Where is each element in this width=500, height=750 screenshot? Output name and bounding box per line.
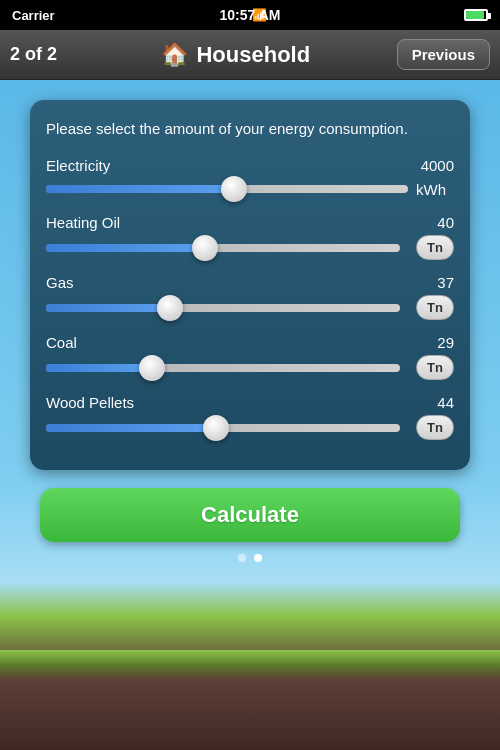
nav-title-area: 🏠 Household [75, 42, 397, 68]
slider-value: 4000 [421, 157, 454, 174]
carrier-text: Carrier [12, 8, 55, 23]
page-indicator: 2 of 2 [10, 44, 75, 65]
slider-row-wood-pellets: Wood Pellets44Tn [46, 394, 454, 440]
sliders-container: Electricity4000kWhHeating Oil40TnGas37Tn… [46, 157, 454, 440]
slider-row-heating-oil: Heating Oil40Tn [46, 214, 454, 260]
slider-label-row: Heating Oil40 [46, 214, 454, 231]
slider-track[interactable] [46, 178, 408, 200]
slider-label: Gas [46, 274, 74, 291]
slider-label: Electricity [46, 157, 110, 174]
slider-value: 37 [437, 274, 454, 291]
slider-unit-text: kWh [416, 181, 454, 198]
slider-track-fill [46, 424, 216, 432]
status-time: 10:57 AM [220, 7, 281, 23]
slider-value: 29 [437, 334, 454, 351]
slider-thumb[interactable] [221, 176, 247, 202]
nav-title: Household [196, 42, 310, 68]
slider-control-row: Tn [46, 415, 454, 440]
slider-thumb[interactable] [192, 235, 218, 261]
slider-unit-button[interactable]: Tn [416, 415, 454, 440]
calculate-button[interactable]: Calculate [40, 488, 460, 542]
slider-track-fill [46, 304, 170, 312]
slider-track-fill [46, 244, 205, 252]
status-bar: Carrier 📶 10:57 AM [0, 0, 500, 30]
slider-label-row: Wood Pellets44 [46, 394, 454, 411]
slider-track[interactable] [46, 357, 400, 379]
slider-control-row: Tn [46, 355, 454, 380]
slider-label: Wood Pellets [46, 394, 134, 411]
slider-label: Coal [46, 334, 77, 351]
slider-track[interactable] [46, 417, 400, 439]
slider-thumb[interactable] [157, 295, 183, 321]
home-icon: 🏠 [161, 42, 188, 68]
battery-area [464, 9, 488, 21]
slider-thumb[interactable] [139, 355, 165, 381]
battery-icon [464, 9, 488, 21]
slider-track[interactable] [46, 297, 400, 319]
battery-fill [466, 11, 484, 19]
slider-label-row: Electricity4000 [46, 157, 454, 174]
main-content: Please select the amount of your energy … [0, 80, 500, 750]
slider-label: Heating Oil [46, 214, 120, 231]
ground-decoration [0, 650, 500, 750]
card-description: Please select the amount of your energy … [46, 118, 454, 139]
page-dot-2 [254, 554, 262, 562]
slider-control-row: Tn [46, 235, 454, 260]
previous-button[interactable]: Previous [397, 39, 490, 70]
page-dots [238, 554, 262, 562]
nav-bar: 2 of 2 🏠 Household Previous [0, 30, 500, 80]
slider-thumb[interactable] [203, 415, 229, 441]
slider-label-row: Gas37 [46, 274, 454, 291]
slider-track[interactable] [46, 237, 400, 259]
slider-value: 40 [437, 214, 454, 231]
slider-value: 44 [437, 394, 454, 411]
slider-row-electricity: Electricity4000kWh [46, 157, 454, 200]
slider-track-fill [46, 364, 152, 372]
slider-control-row: Tn [46, 295, 454, 320]
slider-unit-button[interactable]: Tn [416, 235, 454, 260]
slider-row-coal: Coal29Tn [46, 334, 454, 380]
page-dot-1 [238, 554, 246, 562]
slider-unit-button[interactable]: Tn [416, 355, 454, 380]
slider-label-row: Coal29 [46, 334, 454, 351]
slider-track-fill [46, 185, 234, 193]
slider-control-row: kWh [46, 178, 454, 200]
slider-row-gas: Gas37Tn [46, 274, 454, 320]
energy-card: Please select the amount of your energy … [30, 100, 470, 470]
slider-unit-button[interactable]: Tn [416, 295, 454, 320]
